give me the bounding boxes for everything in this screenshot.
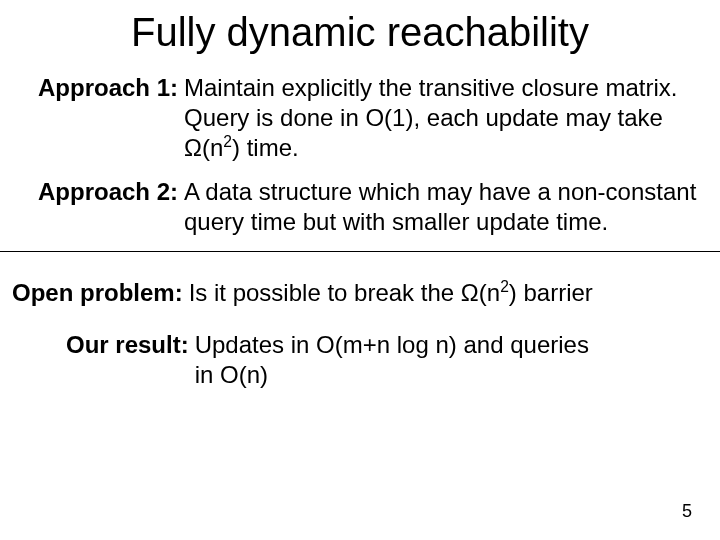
superscript-2: 2 — [500, 278, 509, 295]
omega-symbol: Ω — [461, 279, 479, 306]
slide: Fully dynamic reachability Approach 1: M… — [0, 0, 720, 540]
divider — [0, 251, 720, 252]
approach-1-block: Approach 1: Maintain explicitly the tran… — [0, 73, 720, 163]
our-result-line1: Updates in O(m+n log n) and queries — [195, 331, 589, 358]
omega-symbol: Ω — [184, 134, 202, 161]
approach-1-text-mid: (n — [202, 134, 223, 161]
our-result-line2: in O(n) — [195, 361, 268, 388]
open-problem-label: Open problem: — [12, 278, 183, 308]
superscript-2: 2 — [223, 133, 232, 150]
approach-1-text-post: ) time. — [232, 134, 299, 161]
approach-2-block: Approach 2: A data structure which may h… — [0, 177, 720, 237]
approach-2-body: A data structure which may have a non-co… — [184, 177, 710, 237]
approach-1-body: Maintain explicitly the transitive closu… — [184, 73, 690, 163]
our-result-block: Our result: Updates in O(m+n log n) and … — [0, 330, 720, 390]
slide-title: Fully dynamic reachability — [0, 10, 720, 55]
open-problem-body: Is it possible to break the Ω(n2) barrie… — [189, 278, 718, 308]
our-result-body: Updates in O(m+n log n) and queries in O… — [195, 330, 690, 390]
our-result-label: Our result: — [66, 330, 189, 360]
open-problem-text-post: ) barrier — [509, 279, 593, 306]
page-number: 5 — [682, 501, 692, 522]
open-problem-text-pre: Is it possible to break the — [189, 279, 461, 306]
approach-1-label: Approach 1: — [38, 73, 178, 103]
open-problem-block: Open problem: Is it possible to break th… — [0, 278, 720, 308]
approach-2-label: Approach 2: — [38, 177, 178, 207]
approach-1-text-pre: Maintain explicitly the transitive closu… — [184, 74, 678, 131]
open-problem-text-mid: (n — [479, 279, 500, 306]
